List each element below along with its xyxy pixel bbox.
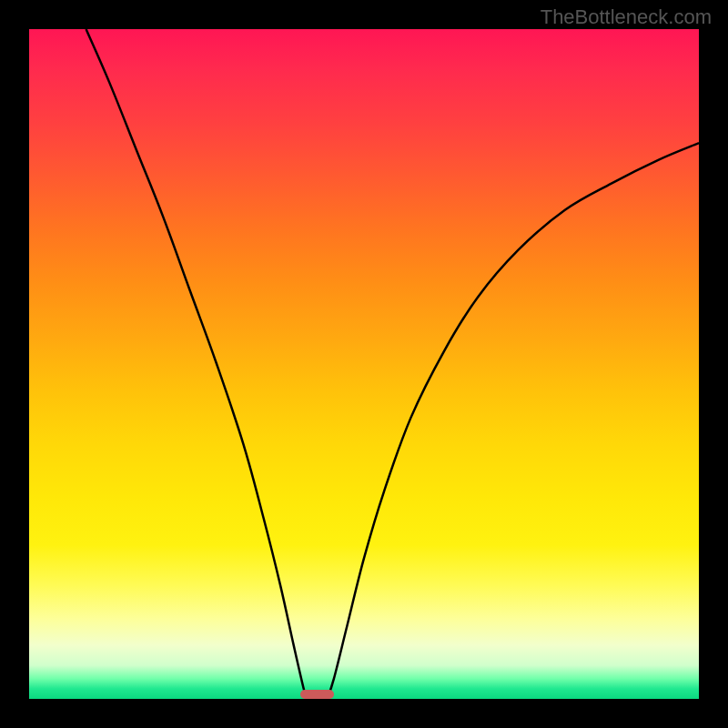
bottleneck-marker	[300, 690, 334, 699]
right-curve-path	[328, 143, 699, 699]
chart-plot-area	[29, 29, 699, 699]
chart-curves-svg	[29, 29, 699, 699]
watermark-text: TheBottleneck.com	[541, 5, 712, 29]
left-curve-path	[86, 29, 308, 699]
